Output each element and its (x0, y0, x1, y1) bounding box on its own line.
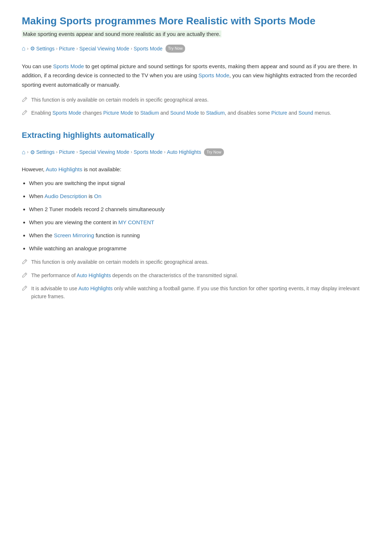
gear-icon: ⚙ (30, 44, 35, 53)
breadcrumb-2: ⌂ › ⚙ Settings › Picture › Special Viewi… (22, 147, 370, 157)
breadcrumb2-sports-mode[interactable]: Sports Mode (134, 148, 162, 156)
breadcrumb-special-viewing-mode[interactable]: Special Viewing Mode (79, 45, 129, 53)
breadcrumb-sep-2: › (56, 45, 57, 53)
breadcrumb2-sep-5: › (164, 148, 166, 156)
link-audio-description[interactable]: Audio Description (45, 193, 87, 199)
link-my-content[interactable]: MY CONTENT (118, 219, 154, 225)
note-after-1-text: This function is only available on certa… (31, 258, 209, 266)
link-sound[interactable]: Sound (298, 110, 313, 116)
page-subtitle: Make sporting events appear and sound mo… (22, 30, 370, 38)
note-after-2: The performance of Auto Highlights depen… (22, 271, 370, 280)
pencil-icon-1 (22, 97, 28, 104)
however-text: However, Auto Highlights is not availabl… (22, 165, 370, 174)
breadcrumb-sep-1: › (27, 45, 28, 53)
note-after-1: This function is only available on certa… (22, 258, 370, 267)
gear-icon-2: ⚙ (30, 148, 35, 157)
link-screen-mirroring[interactable]: Screen Mirroring (54, 232, 94, 238)
note-1: This function is only available on certa… (22, 96, 370, 104)
body-paragraph: You can use Sports Mode to get optimal p… (22, 62, 370, 90)
try-now-badge-1[interactable]: Try Now (166, 45, 185, 53)
bullet-item-4: When you are viewing the content in MY C… (29, 218, 370, 227)
bullet-item-6: While watching an analogue programme (29, 244, 370, 253)
bullet-list: When you are switching the input signal … (29, 179, 370, 253)
breadcrumb2-sep-1: › (27, 148, 28, 156)
notes-section-2: This function is only available on certa… (22, 258, 370, 301)
svg-line-1 (25, 111, 26, 112)
page-title: Making Sports programmes More Realistic … (22, 15, 370, 28)
bullet-item-1: When you are switching the input signal (29, 179, 370, 188)
note-2: Enabling Sports Mode changes Picture Mod… (22, 109, 370, 118)
link-on[interactable]: On (94, 193, 101, 199)
breadcrumb2-sep-4: › (131, 148, 132, 156)
breadcrumb-settings[interactable]: Settings (36, 45, 55, 53)
breadcrumb2-sep-2: › (56, 148, 57, 156)
svg-line-3 (25, 274, 26, 275)
link-auto-highlights-note2[interactable]: Auto Highlights (77, 272, 111, 278)
link-picture[interactable]: Picture (271, 110, 287, 116)
note-after-2-text: The performance of Auto Highlights depen… (31, 271, 238, 279)
link-sports-mode-2[interactable]: Sports Mode (199, 72, 229, 78)
home-icon-2: ⌂ (22, 147, 25, 157)
pencil-icon-2 (22, 110, 28, 118)
bullet-item-5: When the Screen Mirroring function is ru… (29, 231, 370, 240)
breadcrumb-sports-mode[interactable]: Sports Mode (134, 45, 162, 53)
link-sports-mode-1[interactable]: Sports Mode (53, 63, 84, 69)
link-auto-highlights-however[interactable]: Auto Highlights (46, 166, 82, 172)
note-after-3: It is advisable to use Auto Highlights o… (22, 284, 370, 301)
breadcrumb-picture[interactable]: Picture (59, 45, 75, 53)
bullet-item-3: When 2 Tuner models record 2 channels si… (29, 205, 370, 214)
link-sound-mode[interactable]: Sound Mode (170, 110, 199, 116)
link-stadium-2[interactable]: Stadium (206, 110, 225, 116)
try-now-badge-2[interactable]: Try Now (204, 148, 224, 156)
note-after-3-text: It is advisable to use Auto Highlights o… (31, 284, 370, 301)
breadcrumb-sep-4: › (131, 45, 132, 53)
link-picture-mode[interactable]: Picture Mode (103, 110, 133, 116)
breadcrumb-sep-3: › (76, 45, 78, 53)
pencil-icon-5 (22, 285, 28, 293)
link-sports-mode-note[interactable]: Sports Mode (52, 110, 81, 116)
notes-section-1: This function is only available on certa… (22, 96, 370, 118)
section-2-title: Extracting highlights automatically (22, 129, 370, 141)
breadcrumb2-picture[interactable]: Picture (59, 148, 75, 156)
pencil-icon-3 (22, 259, 28, 267)
link-auto-highlights-note3[interactable]: Auto Highlights (78, 286, 113, 291)
svg-line-2 (25, 260, 26, 261)
breadcrumb2-settings[interactable]: Settings (36, 148, 55, 156)
link-stadium-1[interactable]: Stadium (140, 110, 159, 116)
breadcrumb-1: ⌂ › ⚙ Settings › Picture › Special Viewi… (22, 44, 370, 53)
breadcrumb2-auto-highlights[interactable]: Auto Highlights (167, 148, 201, 156)
bullet-item-2: When Audio Description is On (29, 192, 370, 201)
svg-line-0 (25, 98, 26, 99)
note-1-text: This function is only available on certa… (31, 96, 209, 104)
home-icon: ⌂ (22, 44, 25, 53)
breadcrumb2-special-viewing-mode[interactable]: Special Viewing Mode (79, 148, 129, 156)
pencil-icon-4 (22, 272, 28, 280)
breadcrumb2-sep-3: › (76, 148, 78, 156)
svg-line-4 (25, 287, 26, 288)
note-2-text: Enabling Sports Mode changes Picture Mod… (31, 109, 331, 117)
